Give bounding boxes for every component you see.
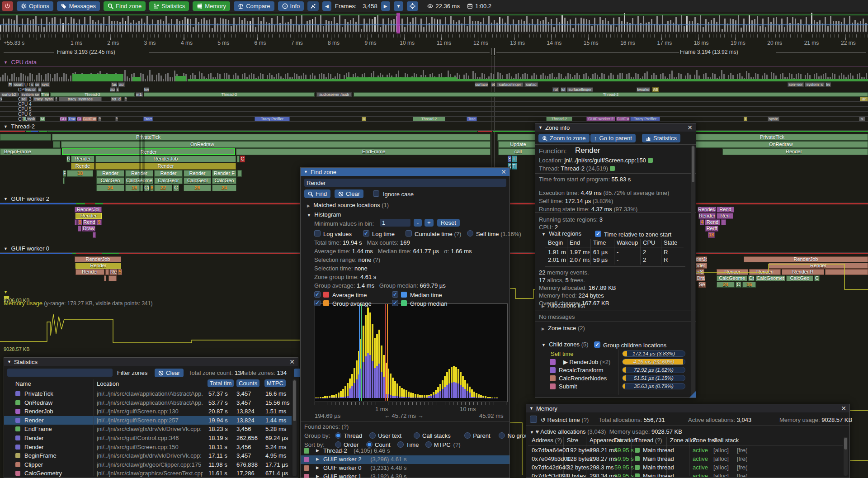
child-zone-time-pill[interactable]: 51.51 µs (1.15%): [622, 375, 685, 381]
timeline-zone[interactable]: [93, 232, 96, 238]
group-by-radio-no-groupi[interactable]: [499, 432, 505, 439]
expand-arrow-icon[interactable]: ▶: [316, 465, 319, 470]
cpu-zone-block[interactable]: I: [744, 117, 747, 121]
table-row[interactable]: EndFramejni/../jni/src/claw/gfx/drv/vk/D…: [4, 425, 292, 434]
timeline-zone[interactable]: Rende: [71, 163, 94, 170]
table-row[interactable]: BeginFramejni/../jni/src/claw/gfx/drv/vk…: [4, 451, 292, 460]
wait-col-header[interactable]: CPU: [643, 239, 662, 246]
timeline-zone[interactable]: 5: [118, 269, 122, 275]
info-button[interactable]: Info: [278, 1, 304, 11]
table-row[interactable]: 0x7e049b3d00128 bytes298.27 ms59.95 sMai…: [526, 455, 843, 464]
min-bin-increase-button[interactable]: +: [425, 219, 434, 227]
cpu-zone-block[interactable]: ^: [124, 97, 127, 101]
timeline-zone[interactable]: [75, 219, 77, 225]
min-bin-input[interactable]: 1: [380, 219, 410, 227]
timeline-zone[interactable]: Render: [71, 156, 94, 162]
timeline-zone[interactable]: Re: [109, 269, 118, 275]
timeline-zone[interactable]: call: [498, 148, 538, 155]
found-zone-row[interactable]: ▶GUIF worker 0(3,231) 4.48 s: [301, 464, 509, 473]
cpu-zone-block[interactable]: sysk: [27, 117, 36, 121]
timeline-zone[interactable]: 24: [96, 185, 124, 191]
shutdown-button[interactable]: [2, 1, 13, 11]
table-row[interactable]: 0x7dfc42d64032 bytes298.3 ms59.95 sMain …: [526, 464, 843, 472]
cpu-zone-block[interactable]: kw: [144, 87, 149, 92]
timeline-zone[interactable]: Render: [75, 269, 104, 275]
col-header-mtpc[interactable]: MTPC: [264, 379, 286, 387]
wait-regions-toggle[interactable]: ▼ Wait regions: [542, 230, 581, 237]
cpu-zone-block[interactable]: GUIF wor: [82, 117, 97, 121]
find-button[interactable]: Find: [304, 189, 330, 198]
min-bin-decrease-button[interactable]: -: [414, 219, 422, 227]
legend-checkbox[interactable]: ✓: [392, 291, 398, 298]
cpu-zone-block[interactable]: kv: [826, 82, 831, 87]
wait-col-header[interactable]: End: [570, 239, 591, 246]
cpu-zone-block[interactable]: Tracy Profiler: [255, 117, 290, 121]
timeline-zone[interactable]: Rend: [717, 207, 734, 213]
find-zone-query-input[interactable]: Render: [304, 179, 506, 187]
cpu-zone-block[interactable]: se: [35, 82, 40, 87]
cumulate-time-checkbox[interactable]: [406, 230, 412, 237]
statistics-button[interactable]: Statistics: [149, 1, 189, 11]
active-allocations-toggle[interactable]: ▼ ♥ Active allocations (3,043) Memory us…: [530, 428, 682, 435]
timeline-zone[interactable]: R: [66, 156, 70, 162]
cpu-zone-block[interactable]: sei: [20, 97, 28, 101]
cpu-zone-block[interactable]: ssurt: [13, 82, 24, 87]
cpu-zone-block[interactable]: ar: [860, 97, 868, 101]
cpu-zone-block[interactable]: surfgrb2: [0, 92, 18, 97]
timeline-zone[interactable]: Render: [184, 170, 211, 177]
timeline-zone[interactable]: Render: [769, 263, 868, 269]
restrict-time-checkbox[interactable]: [530, 416, 537, 423]
alloc-col-header[interactable]: Size: [567, 437, 578, 444]
timeline-zone[interactable]: Render: [75, 213, 102, 219]
child-zone-name[interactable]: ▶ RenderJob (×2): [563, 359, 610, 365]
stats-clear-button[interactable]: Clear: [155, 369, 184, 377]
timeline-zone[interactable]: 24: [212, 185, 236, 191]
timeline-zone[interactable]: Render: [154, 170, 183, 177]
close-icon[interactable]: ✕: [687, 124, 693, 131]
timeline-zone[interactable]: PrivateTick: [52, 134, 491, 141]
matched-source-locations[interactable]: ▶ Matched source locations (1): [307, 202, 389, 208]
timeline-zone[interactable]: [78, 226, 81, 232]
timeline-zone[interactable]: [63, 177, 65, 184]
alloc-col-header[interactable]: Thread (?): [635, 437, 662, 444]
close-icon[interactable]: ✕: [841, 405, 846, 412]
cpu-zone-block[interactable]: ^: [98, 117, 101, 121]
stats-scrollbar[interactable]: [292, 379, 297, 476]
ignore-case-checkbox[interactable]: [373, 190, 379, 197]
found-zone-row[interactable]: ▶GUIF worker 1(3,192) 4.39 s: [301, 473, 509, 478]
table-row[interactable]: Renderjni/../jni/src/guif/Screen.cpp:150…: [4, 443, 292, 452]
table-row[interactable]: PrivateTickjni/../jni/src/claw/applicati…: [4, 389, 292, 398]
time-relative-checkbox[interactable]: ✓: [595, 231, 601, 237]
timeline-zone[interactable]: Render: [75, 263, 121, 269]
timeline-zone[interactable]: Sel: [698, 282, 706, 288]
next-frame-button[interactable]: ▶: [381, 1, 390, 11]
cpu-zone-block[interactable]: syste: [768, 117, 779, 121]
cpu-zone-block[interactable]: sen--ser: [788, 82, 804, 87]
table-row[interactable]: CalcGeometryjni/../jni/src/claw/graphics…: [4, 469, 292, 478]
timeline-zone[interactable]: CalcGeor: [154, 177, 183, 184]
goto-frame-button[interactable]: [407, 1, 418, 11]
timeline-zone[interactable]: RenderJob: [75, 256, 121, 262]
cpu-zone-block[interactable]: ^: [55, 97, 57, 101]
timeline-zone[interactable]: 26: [184, 185, 211, 191]
timeline-zone[interactable]: [237, 156, 240, 162]
cpu-zone-block[interactable]: surfac: [524, 82, 538, 87]
prev-frame-button[interactable]: ◀: [322, 1, 331, 11]
collapse-arrow-icon[interactable]: ▼: [7, 360, 11, 364]
cpu-zone-block[interactable]: x: [0, 97, 2, 101]
timeline-zone[interactable]: Render: [698, 213, 716, 219]
wait-col-header[interactable]: Time: [593, 239, 615, 246]
cpu-zone-block[interactable]: ^: [115, 117, 118, 121]
cpu-data-header[interactable]: ▼ CPU data: [4, 59, 37, 66]
timeline-zone[interactable]: CalcGeomet: [755, 275, 785, 281]
cpu-zone-block[interactable]: s: [859, 117, 865, 121]
table-row[interactable]: 0x7dfaa64e00192 bytes298.21 ms59.95 sMai…: [526, 446, 843, 455]
cpu-zone-block[interactable]: (au: [111, 82, 117, 87]
cpu-zone-block[interactable]: kworke: [637, 87, 650, 92]
cpu-zone-block[interactable]: M: [40, 117, 45, 121]
legend-checkbox[interactable]: ✓: [314, 291, 321, 298]
timeline-zone[interactable]: CalcGeol: [184, 177, 211, 184]
timeline-zone[interactable]: Render: [95, 163, 236, 170]
timeline-zone[interactable]: [0, 134, 51, 141]
zone-info-titlebar[interactable]: ▼ Zone info ✕: [535, 123, 696, 132]
